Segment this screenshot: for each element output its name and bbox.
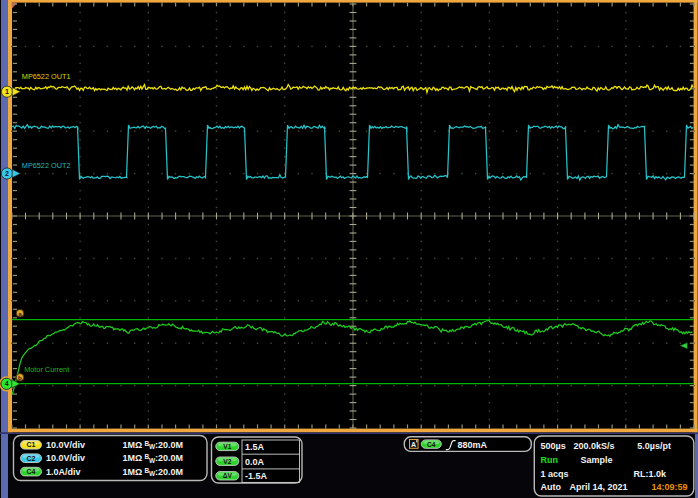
svg-text:V1: V1 [223,443,231,450]
svg-text:200.0kS/s: 200.0kS/s [574,441,615,451]
svg-text:1 acqs: 1 acqs [541,469,569,479]
svg-text:MP6522 OUT2: MP6522 OUT2 [22,161,71,170]
svg-text:2: 2 [5,170,9,177]
svg-text:1: 1 [5,88,9,95]
svg-text:C2: C2 [27,455,36,462]
svg-text::20.0M: :20.0M [155,453,183,463]
svg-text:1MΩ: 1MΩ [123,440,143,450]
svg-text:C4: C4 [27,468,36,475]
svg-text:500µs: 500µs [541,441,566,451]
svg-text:4: 4 [5,380,9,387]
svg-text:10.0V/div: 10.0V/div [46,453,85,463]
svg-text:1.5A: 1.5A [245,442,265,452]
svg-text:Sample: Sample [581,455,613,465]
svg-text:April 14, 2021: April 14, 2021 [570,482,628,492]
svg-text:A: A [411,441,416,448]
svg-text:MP6522 OUT1: MP6522 OUT1 [22,72,71,81]
svg-text:V2: V2 [223,458,231,465]
svg-text:Motor Current: Motor Current [24,365,69,374]
svg-text:5.0µs/pt: 5.0µs/pt [637,441,671,451]
svg-text:a: a [18,310,22,317]
svg-text:C1: C1 [27,441,36,448]
svg-text:C4: C4 [427,441,436,448]
svg-text:1.0A/div: 1.0A/div [46,467,81,477]
svg-text:1MΩ: 1MΩ [123,467,143,477]
svg-text:1MΩ: 1MΩ [123,453,143,463]
svg-text:RL:1.0k: RL:1.0k [633,469,667,479]
svg-text::20.0M: :20.0M [155,467,183,477]
svg-text:0.0A: 0.0A [245,457,265,467]
svg-text:10.0V/div: 10.0V/div [46,440,85,450]
svg-text:ΔV: ΔV [223,472,233,479]
svg-text:Run: Run [541,455,559,465]
svg-text::20.0M: :20.0M [155,440,183,450]
svg-text:880mA: 880mA [458,440,488,450]
svg-text:Auto: Auto [541,482,562,492]
svg-text:b: b [18,374,22,381]
svg-text:-1.5A: -1.5A [245,471,268,481]
svg-text:14:09:59: 14:09:59 [651,482,687,492]
